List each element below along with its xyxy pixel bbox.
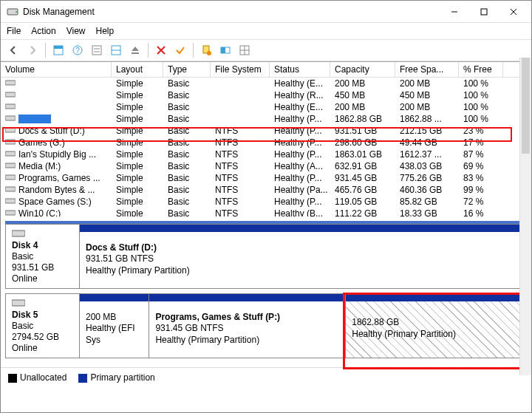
view-top-icon[interactable] (50, 42, 66, 58)
table-row[interactable]: Games (G:)SimpleBasicNTFSHealthy (P...29… (1, 137, 531, 149)
volume-icon (5, 173, 16, 183)
col-volume[interactable]: Volume (1, 62, 112, 77)
svg-rect-10 (92, 46, 101, 55)
volume-icon (5, 90, 16, 100)
close-button[interactable] (499, 1, 528, 22)
volume-table: Volume Layout Type File System Status Ca… (1, 61, 531, 216)
volume-icon (5, 114, 16, 124)
svg-rect-7 (54, 46, 63, 49)
table-row[interactable]: Ian's Stupidly Big ...SimpleBasicNTFSHea… (1, 149, 531, 160)
menubar: File Action View Help (1, 23, 531, 40)
partition-status: Healthy (Primary Partition) (155, 335, 259, 345)
svg-rect-25 (5, 81, 16, 85)
svg-rect-15 (132, 52, 139, 54)
volume-name: Programs, Games ... (18, 173, 100, 183)
disk-label[interactable]: Disk 5Basic2794.52 GBOnline (6, 294, 80, 358)
col-type[interactable]: Type (163, 62, 211, 77)
delete-icon[interactable] (153, 42, 169, 58)
table-row[interactable]: Docs & Stuff (D:)SimpleBasicNTFSHealthy … (1, 125, 531, 137)
grid-icon[interactable] (236, 42, 253, 58)
svg-rect-21 (221, 47, 225, 53)
volume-icon (5, 149, 16, 160)
svg-rect-30 (5, 140, 16, 144)
table-row[interactable]: SimpleBasicHealthy (E...200 MB200 MB100 … (1, 101, 531, 113)
back-button[interactable] (5, 42, 21, 58)
maximize-button[interactable] (469, 1, 499, 22)
svg-rect-33 (5, 175, 16, 180)
volume-icon (5, 197, 16, 207)
svg-rect-28 (5, 116, 16, 120)
eject-icon[interactable] (127, 42, 143, 58)
legend-primary: Primary partition (78, 372, 154, 383)
col-free[interactable]: Free Spa... (395, 62, 459, 77)
menu-action[interactable]: Action (31, 26, 55, 36)
svg-rect-38 (12, 300, 25, 306)
partition-size: 931.45 GB NTFS (155, 323, 223, 333)
disk-type: Basic (12, 321, 73, 331)
partition-size: 931.51 GB NTFS (86, 253, 154, 264)
disk-row: Disk 4Basic931.51 GBOnlineDocs & Stuff (… (5, 224, 527, 289)
table-row[interactable]: SimpleBasicHealthy (E...200 MB200 MB100 … (1, 78, 531, 89)
partition[interactable]: Docs & Stuff (D:)931.51 GB NTFSHealthy (… (80, 225, 526, 288)
vertical-scrollbar[interactable] (519, 58, 531, 375)
partition[interactable]: 200 MBHealthy (EFI Sys (80, 294, 149, 358)
volume-icon (5, 185, 16, 195)
volume-name: Ian's Stupidly Big ... (18, 149, 96, 160)
volume-icon (5, 126, 16, 136)
table-header: Volume Layout Type File System Status Ca… (1, 62, 531, 78)
volume-name: Games (G:) (18, 137, 65, 148)
legend: Unallocated Primary partition (1, 367, 531, 387)
disk-icon (12, 298, 25, 307)
menu-view[interactable]: View (66, 26, 86, 36)
disk-state: Online (12, 343, 73, 353)
window-title: Disk Management (23, 7, 440, 17)
volume-name: Win10 (C:) (18, 208, 61, 216)
menu-help[interactable]: Help (96, 26, 115, 36)
partition-status: Healthy (Primary Partition) (86, 265, 190, 276)
settings-icon[interactable] (89, 42, 105, 58)
svg-rect-34 (5, 187, 16, 191)
volume-icon (5, 78, 16, 89)
partition[interactable]: Programs, Games & Stuff (P:)931.45 GB NT… (149, 294, 346, 358)
volume-name: Space Games (S:) (18, 197, 92, 207)
help-icon[interactable]: ? (69, 42, 86, 58)
menu-file[interactable]: File (7, 26, 21, 36)
col-status[interactable]: Status (270, 62, 330, 77)
toggle-icon[interactable] (217, 42, 233, 58)
col-capacity[interactable]: Capacity (330, 62, 395, 77)
check-icon[interactable] (172, 42, 188, 58)
table-row[interactable]: Random Bytes & ...SimpleBasicNTFSHealthy… (1, 184, 531, 196)
svg-rect-37 (12, 231, 25, 236)
partition[interactable]: 1862.88 GBHealthy (Primary Partition) (346, 294, 526, 358)
minimize-button[interactable] (440, 1, 469, 22)
table-row[interactable]: SimpleBasicHealthy (R...450 MB450 MB100 … (1, 89, 531, 101)
disk-size: 931.51 GB (12, 262, 73, 273)
svg-rect-26 (5, 92, 16, 97)
disk-graphical-panel: Disk 4Basic931.51 GBOnlineDocs & Stuff (… (5, 221, 527, 363)
volume-name: Docs & Stuff (D:) (18, 126, 85, 136)
disk-type: Basic (12, 251, 73, 262)
col-layout[interactable]: Layout (112, 62, 163, 77)
table-row[interactable]: Media (M:)SimpleBasicNTFSHealthy (A...63… (1, 160, 531, 172)
view-list-icon[interactable] (108, 42, 124, 58)
forward-button[interactable] (24, 42, 41, 58)
col-pct[interactable]: % Free (459, 62, 503, 77)
col-fs[interactable]: File System (211, 62, 270, 77)
table-row[interactable]: Win10 (C:)SimpleBasicNTFSHealthy (B...11… (1, 208, 531, 216)
svg-rect-31 (5, 151, 16, 156)
svg-rect-32 (5, 163, 16, 168)
app-icon (7, 6, 18, 18)
table-row[interactable]: SimpleBasicHealthy (P...1862.88 GB1862.8… (1, 113, 531, 125)
svg-text:?: ? (75, 47, 80, 55)
volume-icon (5, 161, 16, 171)
table-row[interactable]: Space Games (S:)SimpleBasicNTFSHealthy (… (1, 196, 531, 208)
partition-size: 1862.88 GB (352, 317, 399, 327)
disk-icon (12, 229, 25, 238)
volume-icon (5, 208, 16, 216)
disk-size: 2794.52 GB (12, 332, 73, 342)
new-volume-icon[interactable] (198, 42, 214, 58)
titlebar: Disk Management (1, 1, 531, 23)
partition-status: Healthy (Primary Partition) (352, 329, 456, 339)
disk-label[interactable]: Disk 4Basic931.51 GBOnline (6, 225, 80, 288)
table-row[interactable]: Programs, Games ...SimpleBasicNTFSHealth… (1, 172, 531, 184)
